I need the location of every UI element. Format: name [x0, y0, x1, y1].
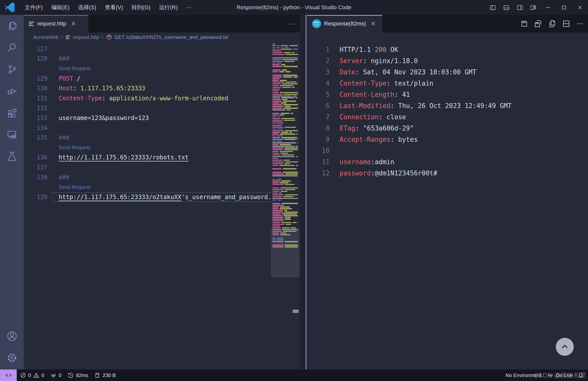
customize-layout-icon[interactable]: [527, 0, 540, 15]
split-editor-button[interactable]: [561, 18, 572, 29]
menu-view[interactable]: 查看(V): [101, 0, 127, 15]
editor-area: request.http ✕ ··· AuroraWeb › request.h…: [24, 15, 588, 370]
toggle-primary-sidebar-icon[interactable]: [486, 0, 500, 15]
response-size-status[interactable]: 230 B: [91, 370, 119, 381]
title-bar: 文件(F) 编辑(E) 选择(S) 查看(V) 转到(G) 运行(R) ··· …: [0, 0, 588, 15]
line-number: 130: [24, 85, 59, 92]
chevron-up-icon: [561, 343, 569, 351]
toggle-secondary-sidebar-icon[interactable]: [513, 0, 527, 15]
codelens-send-request[interactable]: Send Request: [24, 64, 271, 74]
code-line[interactable]: 11username:admin: [307, 156, 588, 167]
settings-button[interactable]: [0, 347, 24, 369]
ports-status[interactable]: 0: [47, 370, 64, 381]
copy-response-button[interactable]: [547, 18, 558, 29]
code-line[interactable]: 135###: [24, 133, 271, 143]
more-actions-icon[interactable]: ···: [287, 15, 296, 32]
code-line[interactable]: 6Last-Modified: Thu, 26 Oct 2023 12:49:4…: [307, 100, 588, 111]
scrollbar-slider[interactable]: [293, 310, 299, 313]
code-line[interactable]: 7Connection: close: [307, 111, 588, 123]
account-icon: [6, 330, 18, 342]
code-line[interactable]: 4Content-Type: text/plain: [307, 78, 588, 89]
menu-file[interactable]: 文件(F): [20, 0, 47, 15]
sidebar-item-source-control[interactable]: [0, 58, 24, 80]
codelens-send-request[interactable]: Send Request: [24, 143, 271, 153]
code-line[interactable]: 132: [24, 103, 271, 113]
code-line[interactable]: 128###: [24, 54, 271, 64]
active-tab-border: [24, 15, 88, 16]
response-time-status[interactable]: 82ms: [64, 370, 91, 381]
status-bar: 0 0 0 82ms 230 B No Environment Go Live: [0, 370, 588, 381]
remote-indicator[interactable]: [0, 370, 17, 381]
database-icon: [94, 372, 101, 379]
code-line[interactable]: 130Host: 1.117.175.65:23333: [24, 83, 271, 93]
tab-request-http[interactable]: request.http ✕: [24, 15, 89, 32]
line-number: 134: [24, 125, 59, 131]
more-actions-icon[interactable]: [575, 18, 586, 29]
back-to-top-button[interactable]: [556, 338, 574, 356]
chevron-right-icon: ›: [61, 34, 63, 40]
code-line[interactable]: 1HTTP/1.1 200 OK: [307, 44, 588, 55]
sidebar-item-extensions[interactable]: [0, 102, 24, 124]
code-line[interactable]: 139http://1.117.175.65:23333/o2takuXX's_…: [24, 192, 271, 202]
request-code-editor[interactable]: 127128###Send Request129POST /130Host: 1…: [24, 42, 271, 370]
breadcrumb-file[interactable]: request.http: [73, 34, 99, 40]
code-line[interactable]: 10: [307, 145, 588, 156]
sidebar-item-explorer[interactable]: [0, 15, 24, 37]
sidebar-item-remote-explorer[interactable]: [0, 124, 24, 145]
run-debug-icon: [6, 85, 18, 97]
code-line[interactable]: 136http://1.117.175.65:23333/robots.txt: [24, 153, 271, 163]
code-line[interactable]: 3Date: Sat, 04 Nov 2023 10:03:00 GMT: [307, 66, 588, 78]
sidebar-item-testing[interactable]: [0, 145, 24, 167]
rest-environment-status[interactable]: No Environment: [503, 370, 544, 381]
save-response-body-button[interactable]: [533, 18, 544, 29]
maximize-button[interactable]: [556, 0, 572, 15]
response-code-editor[interactable]: 1HTTP/1.1 200 OK2Server: nginx/1.18.03Da…: [307, 32, 588, 370]
code-line[interactable]: 133username=123&password=123: [24, 113, 271, 123]
menu-run[interactable]: 运行(R): [155, 0, 182, 15]
error-icon: [20, 372, 26, 379]
go-live-status[interactable]: Go Live: [544, 370, 576, 381]
toggle-panel-icon[interactable]: [500, 0, 513, 15]
tab-response[interactable]: RESTClient Response(82ms) ✕: [307, 15, 383, 32]
sidebar-item-search[interactable]: [0, 37, 24, 58]
editor-group-divider[interactable]: [300, 15, 306, 370]
url-link[interactable]: http://1.117.175.65:23333/robots.txt: [59, 154, 189, 161]
tab-close-icon[interactable]: ✕: [370, 20, 377, 27]
sidebar-item-run-debug[interactable]: [0, 80, 24, 102]
menu-selection[interactable]: 选择(S): [74, 0, 100, 15]
code-token: :: [102, 95, 109, 102]
close-button[interactable]: [572, 0, 588, 15]
accounts-button[interactable]: [0, 325, 24, 347]
breadcrumb-symbol[interactable]: GET /o2takuXX%27s_username_and_password.…: [114, 34, 228, 40]
history-clock-icon: [67, 372, 74, 379]
code-line[interactable]: 138###: [24, 172, 271, 182]
minimize-button[interactable]: [540, 0, 556, 15]
code-token: 1.117.175.65:23333: [80, 85, 145, 92]
ports-count: 0: [59, 373, 61, 378]
code-line[interactable]: 127: [24, 44, 271, 54]
codelens-send-request[interactable]: Send Request: [24, 182, 271, 192]
problems-status[interactable]: 0 0: [17, 370, 47, 381]
save-response-button[interactable]: [519, 18, 530, 29]
notifications-bell[interactable]: [576, 370, 586, 381]
extensions-icon: [6, 107, 18, 119]
code-line[interactable]: 12password:@dm1N123456r00t#: [307, 167, 588, 179]
menu-goto[interactable]: 转到(G): [127, 0, 155, 15]
code-line[interactable]: 134: [24, 123, 271, 133]
code-line[interactable]: 5Content-Length: 41: [307, 89, 588, 100]
minimap-slider[interactable]: [271, 228, 300, 277]
code-line[interactable]: 8ETag: "653a606d-29": [307, 123, 588, 134]
code-token: HTTP/1.1: [340, 46, 375, 53]
line-number: 139: [24, 194, 59, 201]
tab-close-icon[interactable]: ✕: [70, 20, 77, 27]
menu-edit[interactable]: 编辑(E): [47, 0, 74, 15]
code-line[interactable]: 2Server: nginx/1.18.0: [307, 55, 588, 66]
menu-more[interactable]: ···: [182, 0, 196, 15]
code-line[interactable]: 137: [24, 162, 271, 172]
code-line[interactable]: 9Accept-Ranges: bytes: [307, 134, 588, 145]
chevron-right-icon: ›: [102, 34, 103, 40]
code-line[interactable]: 131Content-Type: application/x-www-form-…: [24, 93, 271, 103]
breadcrumb-folder[interactable]: AuroraWeb: [33, 34, 58, 40]
url-link[interactable]: http://1.117.175.65:23333/o2takuXX: [59, 194, 181, 201]
code-line[interactable]: 129POST /: [24, 74, 271, 84]
